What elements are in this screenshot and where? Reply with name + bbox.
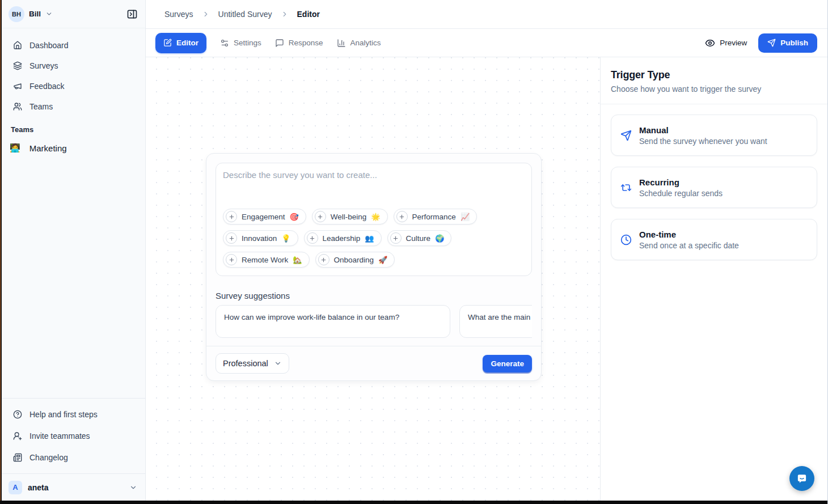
tab-analytics[interactable]: Analytics — [337, 39, 381, 48]
house-emoji-icon: 🏡 — [293, 256, 302, 264]
chevron-right-icon — [202, 10, 210, 18]
app-window: BH Bill Dashboard — [0, 0, 828, 504]
generate-button[interactable]: Generate — [483, 355, 532, 372]
plus-icon — [318, 254, 329, 265]
preview-button[interactable]: Preview — [705, 38, 747, 48]
user-plus-icon — [13, 431, 22, 441]
sidebar-item-label: Changelog — [29, 453, 68, 462]
sidebar-item-label: Invite teammates — [29, 431, 90, 441]
tab-settings[interactable]: Settings — [220, 39, 261, 48]
team-name: Marketing — [29, 143, 67, 153]
suggestions-heading: Survey suggestions — [216, 291, 532, 300]
clock-icon — [620, 234, 632, 245]
topic-chip-remote-work[interactable]: Remote Work 🏡 — [223, 252, 310, 268]
sidebar-item-changelog[interactable]: Changelog — [6, 447, 141, 468]
bar-chart-icon — [337, 39, 346, 48]
breadcrumb-surveys[interactable]: Surveys — [164, 10, 193, 19]
newspaper-icon — [13, 453, 22, 462]
main-content: Surveys Untitled Survey Editor Editor — [146, 0, 827, 504]
option-description: Send once at a specific date — [639, 241, 739, 250]
message-square-icon — [275, 39, 284, 48]
teams-section-label: Teams — [2, 125, 145, 134]
trigger-option-list: Manual Send the survey whenever you want… — [601, 104, 827, 270]
sidebar-collapse-button[interactable] — [125, 7, 140, 22]
tone-select[interactable]: Professional — [216, 353, 289, 374]
sidebar-item-invite[interactable]: Invite teammates — [6, 426, 141, 446]
publish-button[interactable]: Publish — [758, 33, 817, 53]
sidebar-item-help[interactable]: Help and first steps — [6, 404, 141, 425]
breadcrumb-untitled-survey[interactable]: Untitled Survey — [218, 10, 272, 19]
panel-header: Trigger Type Choose how you want to trig… — [601, 57, 827, 104]
sidebar-item-feedback[interactable]: Feedback — [6, 77, 141, 96]
tab-label: Analytics — [350, 39, 381, 47]
chevron-down-icon — [129, 484, 137, 492]
option-description: Send the survey whenever you want — [639, 137, 767, 146]
trigger-option-one-time[interactable]: One-time Send once at a specific date — [611, 219, 817, 260]
preview-label: Preview — [720, 39, 747, 47]
settings-icon — [220, 39, 229, 48]
people-emoji-icon: 👥 — [365, 234, 374, 243]
trigger-option-manual[interactable]: Manual Send the survey whenever you want — [611, 115, 817, 156]
chevron-right-icon — [281, 10, 289, 18]
tab-label: Editor — [176, 39, 198, 47]
editor-canvas[interactable]: Engagement 🎯 Well-being 🌟 Performance — [146, 57, 600, 504]
trigger-option-recurring[interactable]: Recurring Schedule regular sends — [611, 167, 817, 208]
sidebar-item-surveys[interactable]: Surveys — [6, 56, 141, 75]
sidebar-item-label: Surveys — [29, 61, 58, 70]
account-menu[interactable]: A aneta — [2, 473, 145, 501]
topic-chip-leadership[interactable]: Leadership 👥 — [304, 230, 382, 246]
option-description: Schedule regular sends — [639, 189, 723, 198]
plus-icon — [396, 211, 408, 222]
chat-launcher-button[interactable] — [789, 466, 814, 491]
sidebar-item-label: Feedback — [29, 82, 64, 91]
topic-chip-innovation[interactable]: Innovation 💡 — [223, 230, 298, 246]
breadcrumb: Surveys Untitled Survey Editor — [146, 0, 827, 29]
chart-emoji-icon: 📈 — [461, 213, 470, 221]
repeat-icon — [620, 182, 632, 193]
workspace-switcher[interactable]: BH Bill — [2, 0, 145, 28]
account-avatar: A — [9, 481, 22, 494]
help-circle-icon — [13, 410, 22, 419]
tone-value: Professional — [223, 359, 268, 368]
bulb-emoji-icon: 💡 — [281, 234, 290, 243]
send-icon — [767, 39, 776, 47]
tab-list: Editor Settings Response — [155, 33, 381, 53]
square-pen-icon — [163, 39, 172, 47]
topic-chip-performance[interactable]: Performance 📈 — [394, 209, 478, 225]
chevron-down-icon — [45, 10, 53, 18]
home-icon — [13, 41, 22, 50]
topic-chip-list: Engagement 🎯 Well-being 🌟 Performance — [223, 209, 525, 269]
plus-icon — [390, 232, 402, 244]
chat-bubble-icon — [796, 472, 808, 485]
toolbar: Editor Settings Response — [146, 29, 827, 57]
sidebar-item-team-marketing[interactable]: 🧑‍💻 Marketing — [2, 137, 145, 159]
tab-label: Response — [289, 39, 323, 47]
topic-chip-onboarding[interactable]: Onboarding 🚀 — [315, 252, 395, 268]
option-title: Manual — [639, 125, 767, 135]
sidebar-item-dashboard[interactable]: Dashboard — [6, 36, 141, 55]
survey-description-input[interactable] — [223, 170, 525, 209]
account-name: aneta — [28, 483, 49, 492]
eye-icon — [705, 38, 715, 48]
plus-icon — [226, 254, 237, 265]
suggestion-card[interactable]: How can we improve work-life balance in … — [216, 305, 450, 338]
users-icon — [13, 102, 22, 111]
ai-survey-composer: Engagement 🎯 Well-being 🌟 Performance — [206, 153, 542, 381]
target-emoji-icon: 🎯 — [290, 213, 299, 221]
toolbar-actions: Preview Publish — [705, 33, 817, 53]
workspace-avatar: BH — [9, 6, 24, 22]
star-emoji-icon: 🌟 — [371, 213, 380, 221]
breadcrumb-editor: Editor — [297, 10, 320, 19]
option-title: Recurring — [639, 177, 723, 187]
topic-chip-engagement[interactable]: Engagement 🎯 — [223, 209, 306, 225]
sidebar: BH Bill Dashboard — [2, 0, 146, 504]
sidebar-item-teams[interactable]: Teams — [6, 97, 141, 116]
tab-editor[interactable]: Editor — [155, 33, 206, 53]
sidebar-item-label: Dashboard — [29, 41, 69, 50]
suggestion-card[interactable]: What are the main ob — [459, 305, 532, 338]
topic-chip-culture[interactable]: Culture 🌍 — [387, 230, 452, 246]
topic-chip-well-being[interactable]: Well-being 🌟 — [312, 209, 388, 225]
send-icon — [620, 130, 632, 141]
tab-response[interactable]: Response — [275, 39, 323, 48]
megaphone-icon — [13, 82, 22, 91]
